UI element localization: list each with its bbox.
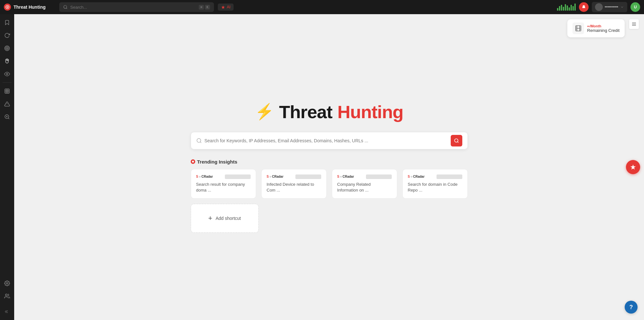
credit-info: ∞/Month Remaining Credit [587,24,620,33]
search-submit-button[interactable] [451,135,462,146]
trending-header: Trending Insights [191,159,468,165]
hand-icon [4,58,10,64]
refresh-icon [4,33,10,38]
topbar-search-input[interactable] [70,5,196,10]
main-content: ∞/Month Remaining Credit ⚡ Threat Huntin… [14,14,644,320]
sidebar-item-search[interactable] [1,111,13,123]
bookmark-icon [4,20,10,25]
graph-bar [563,7,564,11]
trending-card[interactable]: S○CRadar Infected Device related to Com … [261,169,327,199]
title-red: Hunting [337,101,403,122]
logo-oc: ○ [410,175,412,178]
svg-point-13 [6,283,8,284]
trending-section: Trending Insights S○CRadar Search result… [191,159,468,233]
sidebar-item-settings[interactable] [1,278,13,289]
account-dropdown[interactable]: •••••••••• [592,2,627,12]
sidebar-item-threat-hunting[interactable] [1,55,13,67]
card-text: Search for domain in Code Repo ... [408,182,462,193]
hamburger-icon [631,22,637,27]
ai-label: AI [227,5,230,9]
svg-point-5 [7,48,8,49]
main-search-input[interactable] [205,138,451,143]
search-zoom-icon [4,114,10,120]
page-title: ⚡ Threat Hunting [255,101,403,122]
svg-point-14 [5,294,7,296]
svg-rect-7 [5,89,9,93]
bell-icon [582,5,586,9]
logo-s: S [337,175,340,178]
card-thumbnail [366,174,392,179]
ai-star-icon [221,5,225,9]
card-header: S○CRadar [267,174,321,179]
search-btn-icon [454,138,459,143]
target-icon [4,45,10,51]
logo-radar: CRadar [272,175,284,178]
sidebar-item-table[interactable] [1,85,13,97]
sidebar-item-refresh[interactable] [1,30,13,41]
plus-icon: + [208,214,212,222]
card-text: Infected Device related to Com ... [267,182,321,193]
kbd-k: K [205,5,210,10]
sidebar-item-bookmark[interactable] [1,17,13,28]
search-keyboard-shortcut: ⌘ K [199,5,210,10]
card-logo: S○CRadar [408,175,425,178]
users-icon [4,293,10,299]
trending-dot [191,159,195,164]
logo-circle [4,4,11,11]
logo-radar: CRadar [342,175,354,178]
card-thumbnail [225,174,251,179]
settings-icon [4,280,10,286]
trending-card[interactable]: S○CRadar Search result for company doma … [191,169,256,199]
sidebar-item-users[interactable] [1,290,13,302]
floating-ai-button[interactable] [626,160,640,174]
logo-s: S [196,175,198,178]
svg-point-6 [6,73,8,75]
lightning-icon: ⚡ [255,103,274,121]
sidebar-item-alerts[interactable] [1,98,13,110]
card-thumbnail [295,174,321,179]
graph-bar [571,5,572,11]
card-header: S○CRadar [196,174,251,179]
graph-bar [572,6,574,11]
help-icon: ? [630,304,633,311]
notification-button[interactable] [579,2,589,12]
expand-icon [5,309,10,314]
trending-card[interactable]: S○CRadar Search for domain in Code Repo … [402,169,468,199]
credit-text: Remaining Credit [587,28,620,33]
topbar-search-box[interactable]: ⌘ K [59,2,214,12]
logo-oc: ○ [269,175,271,178]
sidebar [0,14,14,320]
card-thumbnail [437,174,462,179]
svg-point-4 [6,47,9,50]
logo-oc: ○ [340,175,342,178]
card-text: Company Related Information on ... [337,182,392,193]
ai-button[interactable]: AI [218,4,234,11]
credit-label: ∞/Month [587,24,620,28]
sidebar-expand-button[interactable] [1,306,13,317]
user-avatar[interactable]: U [630,2,640,12]
floating-ai-icon [630,164,636,170]
add-shortcut-label: Add shortcut [216,216,241,221]
trending-card[interactable]: S○CRadar Company Related Information on … [332,169,397,199]
sidebar-item-target[interactable] [1,42,13,54]
shortcuts-row: + Add shortcut [191,204,468,233]
hero-section: ⚡ Threat Hunting [14,14,644,320]
card-header: S○CRadar [337,174,392,179]
credit-icon [572,23,584,34]
main-search-bar[interactable] [191,132,468,149]
eye-icon [4,71,10,77]
svg-point-26 [197,138,201,142]
logo-oc: ○ [199,175,201,178]
alert-icon [4,101,10,107]
svg-point-1 [7,6,8,8]
help-button[interactable]: ? [625,301,638,314]
menu-button[interactable] [629,19,639,29]
card-logo: S○CRadar [267,175,284,178]
graph-bar [559,6,560,11]
card-text: Search result for company doma ... [196,182,251,193]
search-icon [63,5,68,9]
sidebar-item-monitor[interactable] [1,68,13,80]
card-header: S○CRadar [408,174,462,179]
add-shortcut-card[interactable]: + Add shortcut [191,204,259,233]
main-layout: ∞/Month Remaining Credit ⚡ Threat Huntin… [0,14,644,320]
